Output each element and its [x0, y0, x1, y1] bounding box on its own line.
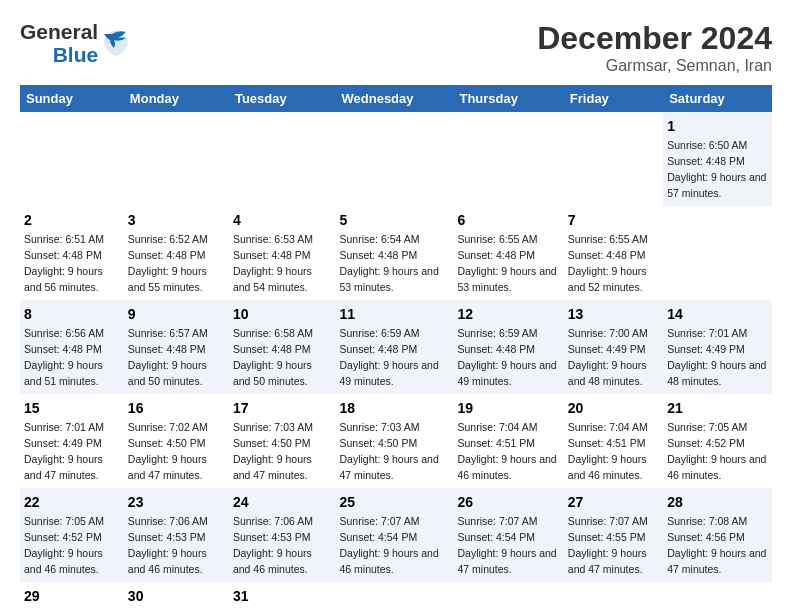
calendar-cell: 19 Sunrise: 7:04 AM Sunset: 4:51 PM Dayl…	[453, 394, 563, 488]
sunrise-text: Sunrise: 6:55 AM	[568, 233, 648, 245]
column-header-friday: Friday	[564, 85, 663, 112]
calendar-cell: 21 Sunrise: 7:05 AM Sunset: 4:52 PM Dayl…	[663, 394, 772, 488]
calendar-week-row: 8 Sunrise: 6:56 AM Sunset: 4:48 PM Dayli…	[20, 300, 772, 394]
sunset-text: Sunset: 4:48 PM	[233, 249, 311, 261]
calendar-cell: 6 Sunrise: 6:55 AM Sunset: 4:48 PM Dayli…	[453, 206, 563, 300]
calendar-cell: 11 Sunrise: 6:59 AM Sunset: 4:48 PM Dayl…	[336, 300, 454, 394]
sunrise-text: Sunrise: 7:07 AM	[457, 515, 537, 527]
calendar-week-row: 29 Sunrise: 7:08 AM Sunset: 4:56 PM Dayl…	[20, 582, 772, 612]
calendar-cell: 2 Sunrise: 6:51 AM Sunset: 4:48 PM Dayli…	[20, 206, 124, 300]
calendar-cell: 25 Sunrise: 7:07 AM Sunset: 4:54 PM Dayl…	[336, 488, 454, 582]
day-number: 4	[233, 210, 332, 230]
sunrise-text: Sunrise: 7:05 AM	[24, 515, 104, 527]
day-number: 20	[568, 398, 659, 418]
daylight-text: Daylight: 9 hours and 49 minutes.	[340, 359, 439, 387]
sunrise-text: Sunrise: 7:05 AM	[667, 421, 747, 433]
day-number: 16	[128, 398, 225, 418]
daylight-text: Daylight: 9 hours and 47 minutes.	[340, 453, 439, 481]
calendar-week-row: 2 Sunrise: 6:51 AM Sunset: 4:48 PM Dayli…	[20, 206, 772, 300]
daylight-text: Daylight: 9 hours and 53 minutes.	[340, 265, 439, 293]
day-number: 13	[568, 304, 659, 324]
calendar-cell: 9 Sunrise: 6:57 AM Sunset: 4:48 PM Dayli…	[124, 300, 229, 394]
sunset-text: Sunset: 4:48 PM	[24, 249, 102, 261]
sunset-text: Sunset: 4:48 PM	[340, 343, 418, 355]
sunrise-text: Sunrise: 6:59 AM	[457, 327, 537, 339]
calendar-cell	[336, 112, 454, 206]
sunset-text: Sunset: 4:48 PM	[128, 249, 206, 261]
daylight-text: Daylight: 9 hours and 46 minutes.	[667, 453, 766, 481]
calendar-cell	[564, 112, 663, 206]
calendar-week-row: 22 Sunrise: 7:05 AM Sunset: 4:52 PM Dayl…	[20, 488, 772, 582]
sunset-text: Sunset: 4:49 PM	[24, 437, 102, 449]
sunrise-text: Sunrise: 6:51 AM	[24, 233, 104, 245]
daylight-text: Daylight: 9 hours and 54 minutes.	[233, 265, 312, 293]
sunset-text: Sunset: 4:54 PM	[340, 531, 418, 543]
sunset-text: Sunset: 4:54 PM	[457, 531, 535, 543]
sunrise-text: Sunrise: 7:01 AM	[667, 327, 747, 339]
logo: General Blue	[20, 20, 130, 66]
day-number: 3	[128, 210, 225, 230]
sunset-text: Sunset: 4:52 PM	[667, 437, 745, 449]
calendar-cell: 13 Sunrise: 7:00 AM Sunset: 4:49 PM Dayl…	[564, 300, 663, 394]
sunrise-text: Sunrise: 7:06 AM	[128, 515, 208, 527]
logo-blue: Blue	[53, 43, 99, 66]
column-header-tuesday: Tuesday	[229, 85, 336, 112]
calendar-cell: 10 Sunrise: 6:58 AM Sunset: 4:48 PM Dayl…	[229, 300, 336, 394]
column-header-thursday: Thursday	[453, 85, 563, 112]
title-section: December 2024 Garmsar, Semnan, Iran	[537, 20, 772, 75]
calendar-cell: 26 Sunrise: 7:07 AM Sunset: 4:54 PM Dayl…	[453, 488, 563, 582]
sunset-text: Sunset: 4:48 PM	[568, 249, 646, 261]
daylight-text: Daylight: 9 hours and 47 minutes.	[233, 453, 312, 481]
sunrise-text: Sunrise: 6:50 AM	[667, 139, 747, 151]
sunset-text: Sunset: 4:55 PM	[568, 531, 646, 543]
day-number: 18	[340, 398, 450, 418]
calendar-cell	[663, 582, 772, 612]
column-header-saturday: Saturday	[663, 85, 772, 112]
calendar-cell: 7 Sunrise: 6:55 AM Sunset: 4:48 PM Dayli…	[564, 206, 663, 300]
sunset-text: Sunset: 4:48 PM	[340, 249, 418, 261]
column-header-sunday: Sunday	[20, 85, 124, 112]
calendar-cell	[124, 112, 229, 206]
calendar-cell: 22 Sunrise: 7:05 AM Sunset: 4:52 PM Dayl…	[20, 488, 124, 582]
daylight-text: Daylight: 9 hours and 52 minutes.	[568, 265, 647, 293]
daylight-text: Daylight: 9 hours and 47 minutes.	[667, 547, 766, 575]
daylight-text: Daylight: 9 hours and 50 minutes.	[128, 359, 207, 387]
calendar-cell: 14 Sunrise: 7:01 AM Sunset: 4:49 PM Dayl…	[663, 300, 772, 394]
sunset-text: Sunset: 4:48 PM	[457, 343, 535, 355]
daylight-text: Daylight: 9 hours and 46 minutes.	[128, 547, 207, 575]
day-number: 28	[667, 492, 768, 512]
daylight-text: Daylight: 9 hours and 46 minutes.	[568, 453, 647, 481]
sunset-text: Sunset: 4:50 PM	[340, 437, 418, 449]
daylight-text: Daylight: 9 hours and 48 minutes.	[568, 359, 647, 387]
calendar-cell: 28 Sunrise: 7:08 AM Sunset: 4:56 PM Dayl…	[663, 488, 772, 582]
logo-bird-icon	[102, 28, 130, 58]
daylight-text: Daylight: 9 hours and 49 minutes.	[457, 359, 556, 387]
sunrise-text: Sunrise: 6:55 AM	[457, 233, 537, 245]
day-number: 30	[128, 586, 225, 606]
calendar-header-row: SundayMondayTuesdayWednesdayThursdayFrid…	[20, 85, 772, 112]
day-number: 24	[233, 492, 332, 512]
sunset-text: Sunset: 4:53 PM	[233, 531, 311, 543]
daylight-text: Daylight: 9 hours and 47 minutes.	[568, 547, 647, 575]
calendar-cell: 31 Sunrise: 7:08 AM Sunset: 4:58 PM Dayl…	[229, 582, 336, 612]
day-number: 27	[568, 492, 659, 512]
sunrise-text: Sunrise: 6:53 AM	[233, 233, 313, 245]
sunrise-text: Sunrise: 6:52 AM	[128, 233, 208, 245]
sunrise-text: Sunrise: 7:06 AM	[233, 515, 313, 527]
sunrise-text: Sunrise: 7:07 AM	[340, 515, 420, 527]
daylight-text: Daylight: 9 hours and 57 minutes.	[667, 171, 766, 199]
day-number: 5	[340, 210, 450, 230]
daylight-text: Daylight: 9 hours and 46 minutes.	[24, 547, 103, 575]
calendar-cell: 17 Sunrise: 7:03 AM Sunset: 4:50 PM Dayl…	[229, 394, 336, 488]
sunrise-text: Sunrise: 7:07 AM	[568, 515, 648, 527]
calendar-cell: 23 Sunrise: 7:06 AM Sunset: 4:53 PM Dayl…	[124, 488, 229, 582]
sunset-text: Sunset: 4:49 PM	[568, 343, 646, 355]
sunset-text: Sunset: 4:50 PM	[233, 437, 311, 449]
sunset-text: Sunset: 4:48 PM	[457, 249, 535, 261]
calendar-cell: 24 Sunrise: 7:06 AM Sunset: 4:53 PM Dayl…	[229, 488, 336, 582]
calendar-cell: 20 Sunrise: 7:04 AM Sunset: 4:51 PM Dayl…	[564, 394, 663, 488]
day-number: 25	[340, 492, 450, 512]
sunrise-text: Sunrise: 7:08 AM	[667, 515, 747, 527]
column-header-wednesday: Wednesday	[336, 85, 454, 112]
sunset-text: Sunset: 4:48 PM	[128, 343, 206, 355]
